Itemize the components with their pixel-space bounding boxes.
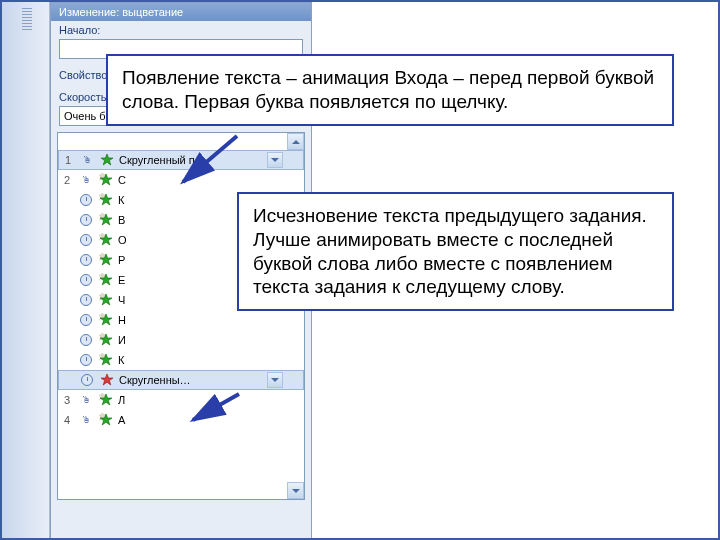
clock-icon <box>78 354 94 366</box>
callout-exit-note: Исчезновение текста предыдущего задания.… <box>237 192 674 311</box>
animation-item[interactable]: Скругленны… <box>58 370 304 390</box>
animation-item[interactable]: И <box>58 330 304 350</box>
panel-title: Изменение: выцветание <box>51 3 311 21</box>
item-order-number: 2 <box>60 174 74 186</box>
item-order-number: 1 <box>61 154 75 166</box>
scroll-up-button[interactable] <box>287 133 304 150</box>
entrance-effect-icon <box>98 333 114 347</box>
chevron-down-icon[interactable] <box>267 372 283 388</box>
mouse-click-icon <box>78 415 94 425</box>
clock-icon <box>78 274 94 286</box>
mouse-click-icon <box>79 155 95 165</box>
scroll-down-button[interactable] <box>287 482 304 499</box>
entrance-effect-icon <box>98 173 114 187</box>
chevron-down-icon[interactable] <box>267 152 283 168</box>
item-label: К <box>118 354 302 366</box>
item-label: Скругленный п… <box>119 154 263 166</box>
clock-icon <box>78 314 94 326</box>
item-label: С <box>118 174 302 186</box>
callout-text: Появление текста – анимация Входа – пере… <box>122 67 654 112</box>
animation-item[interactable]: Н <box>58 310 304 330</box>
clock-icon <box>78 254 94 266</box>
animation-list[interactable]: 1Скругленный п…2СКВОРЕЧНИКСкругленны…3Л4… <box>57 132 305 500</box>
start-row: Начало: <box>51 21 311 39</box>
clock-icon <box>79 374 95 386</box>
item-label: Н <box>118 314 302 326</box>
sidebar-grip[interactable] <box>22 8 32 30</box>
app-sidebar <box>2 2 50 538</box>
exit-effect-icon <box>99 373 115 387</box>
animation-item[interactable]: 1Скругленный п… <box>58 150 304 170</box>
mouse-click-icon <box>78 395 94 405</box>
entrance-effect-icon <box>98 193 114 207</box>
animation-item[interactable]: К <box>58 350 304 370</box>
callout-text: Исчезновение текста предыдущего задания.… <box>253 205 647 297</box>
clock-icon <box>78 334 94 346</box>
entrance-effect-icon <box>98 413 114 427</box>
entrance-effect-icon <box>99 153 115 167</box>
animation-item[interactable]: 3Л <box>58 390 304 410</box>
mouse-click-icon <box>78 175 94 185</box>
entrance-effect-icon <box>98 293 114 307</box>
entrance-effect-icon <box>98 393 114 407</box>
svg-marker-0 <box>101 154 113 165</box>
entrance-effect-icon <box>98 273 114 287</box>
item-order-number: 3 <box>60 394 74 406</box>
animation-item[interactable]: 2С <box>58 170 304 190</box>
entrance-effect-icon <box>98 353 114 367</box>
item-order-number: 4 <box>60 414 74 426</box>
clock-icon <box>78 294 94 306</box>
item-label: Л <box>118 394 302 406</box>
item-label: А <box>118 414 302 426</box>
clock-icon <box>78 194 94 206</box>
item-label: Скругленны… <box>119 374 263 386</box>
entrance-effect-icon <box>98 213 114 227</box>
clock-icon <box>78 234 94 246</box>
callout-entrance-note: Появление текста – анимация Входа – пере… <box>106 54 674 126</box>
svg-marker-21 <box>101 374 113 385</box>
entrance-effect-icon <box>98 233 114 247</box>
item-label: И <box>118 334 302 346</box>
animation-item[interactable]: 4А <box>58 410 304 430</box>
entrance-effect-icon <box>98 313 114 327</box>
clock-icon <box>78 214 94 226</box>
entrance-effect-icon <box>98 253 114 267</box>
start-label: Начало: <box>59 24 121 36</box>
